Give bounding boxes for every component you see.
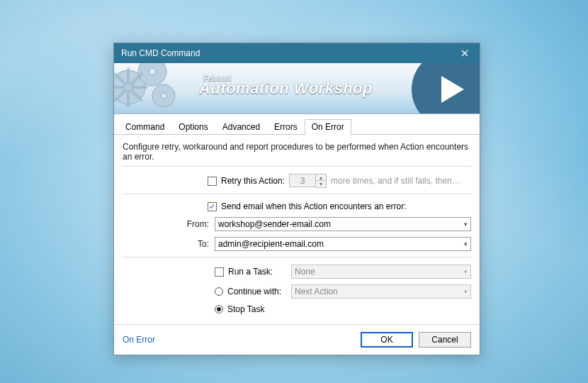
svg-marker-10 [441,76,464,103]
tab-options[interactable]: Options [171,119,215,135]
window-title: Run CMD Command [121,48,450,58]
from-input[interactable]: workshop@sender-email.com ▾ [215,217,471,231]
continue-value: Next Action [295,287,338,296]
brand-logo: Febooti Automation Workshop [199,74,373,98]
titlebar: Run CMD Command [114,43,480,63]
send-email-label: Send email when this Action encounters a… [221,201,406,211]
run-task-checkbox[interactable]: Run a Task: [215,267,291,277]
run-task-label: Run a Task: [228,267,273,277]
footer: On Error OK Cancel [114,324,480,355]
help-link[interactable]: On Error [123,335,155,345]
send-email-row: Send email when this Action encounters a… [123,201,471,211]
spinner-down-icon[interactable]: ▼ [316,181,326,187]
continue-row: Continue with: Next Action ▾ [123,284,471,299]
content-panel: Configure retry, workaround and report p… [114,135,480,324]
run-task-row: Run a Task: None ▾ [123,265,471,279]
spinner-up-icon[interactable]: ▲ [316,174,326,181]
tab-description: Configure retry, workaround and report p… [123,142,471,162]
to-label: To: [123,239,215,249]
svg-point-3 [149,68,156,75]
retry-hint: more times, and if still fails, then… [331,176,460,186]
tab-errors[interactable]: Errors [267,119,305,135]
stop-task-label: Stop Task [227,304,264,314]
from-label: From: [123,219,215,229]
close-button[interactable] [450,43,480,63]
separator [123,166,471,167]
separator [123,194,471,194]
cancel-button[interactable]: Cancel [419,332,471,348]
tab-advanced[interactable]: Advanced [215,119,267,135]
retry-checkbox[interactable]: Retry this Action: [208,176,285,186]
gears-icon [114,63,208,114]
chevron-down-icon: ▾ [464,221,468,228]
retry-count-input[interactable] [289,174,316,187]
continue-label: Continue with: [227,287,281,296]
send-email-checkbox[interactable]: Send email when this Action encounters a… [208,201,406,211]
svg-point-5 [161,93,166,99]
retry-label: Retry this Action: [221,176,285,186]
banner: Febooti Automation Workshop [114,63,480,114]
to-input[interactable]: admin@recipient-email.com ▾ [215,237,471,251]
to-row: To: admin@recipient-email.com ▾ [123,237,471,251]
stop-task-radio[interactable]: Stop Task [215,304,264,314]
run-task-select[interactable]: None ▾ [291,265,471,279]
to-value: admin@recipient-email.com [218,239,324,249]
run-task-value: None [295,267,315,277]
tab-bar: Command Options Advanced Errors On Error [114,114,480,135]
tab-on-error[interactable]: On Error [305,119,351,135]
chevron-down-icon: ▾ [464,288,468,295]
from-row: From: workshop@sender-email.com ▾ [123,217,471,231]
continue-radio[interactable]: Continue with: [215,287,291,296]
close-icon [461,50,468,57]
chevron-down-icon: ▾ [464,240,468,248]
continue-select[interactable]: Next Action ▾ [291,284,471,299]
tab-command[interactable]: Command [118,119,171,135]
play-icon [412,63,480,114]
dialog-window: Run CMD Command [113,43,480,355]
from-value: workshop@sender-email.com [218,219,331,229]
retry-row: Retry this Action: ▲ ▼ more times, and i… [123,174,471,188]
stop-task-row: Stop Task [123,304,471,314]
brand-big: Automation Workshop [199,79,373,98]
ok-button[interactable]: OK [361,332,413,348]
chevron-down-icon: ▾ [464,268,468,275]
separator [123,257,471,257]
retry-count-spinner[interactable]: ▲ ▼ [289,174,327,188]
